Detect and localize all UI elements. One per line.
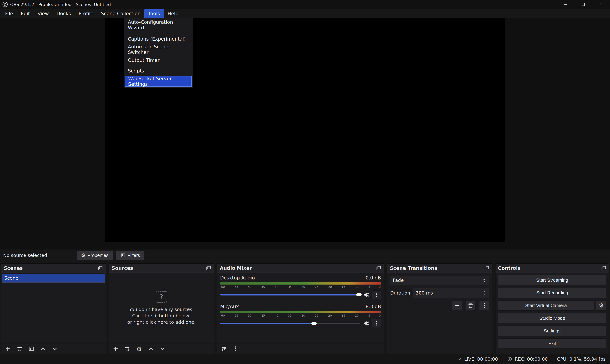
kebab-icon [374, 321, 379, 326]
volume-slider[interactable] [220, 294, 360, 296]
menu-item-auto-configuration-wizard[interactable]: Auto-Configuration Wizard [125, 20, 192, 30]
cpu-fps-text: CPU: 0.1%, 59.94 fps [557, 356, 606, 362]
settings-button[interactable]: Settings [498, 326, 606, 336]
add-scene-button[interactable] [3, 345, 12, 353]
empty-state-line: or right click here to add one. [127, 319, 195, 325]
meter-tick-label: -50 [247, 285, 251, 288]
remove-source-button[interactable] [123, 345, 132, 353]
trash-icon [124, 346, 130, 352]
filter-icon [28, 346, 34, 352]
start-virtual-camera-button[interactable]: Start Virtual Camera [498, 300, 594, 311]
menu-edit[interactable]: Edit [17, 9, 34, 18]
meter-tick-label: -25 [314, 285, 319, 288]
rec-status: REC: 00:00:00 [507, 356, 548, 362]
meter-tick-label: -60 [220, 285, 225, 288]
spinner-arrows-icon[interactable] [482, 290, 486, 296]
remove-scene-button[interactable] [15, 345, 24, 353]
transition-options-button[interactable] [479, 301, 489, 310]
cpu-status: CPU: 0.1%, 59.94 fps [557, 356, 606, 362]
scenes-dock-header[interactable]: Scenes [1, 264, 106, 273]
minimize-button[interactable] [557, 0, 574, 9]
sliders-icon [221, 346, 227, 352]
filters-button[interactable]: Filters [116, 251, 144, 260]
move-source-up-button[interactable] [146, 345, 155, 353]
menu-item-scripts[interactable]: Scripts [125, 65, 192, 76]
channel-name: Desktop Audio [220, 275, 255, 281]
preview-area: Auto-Configuration Wizard Captions (Expe… [0, 18, 610, 249]
add-transition-button[interactable] [452, 301, 462, 310]
popout-icon[interactable] [484, 265, 489, 271]
duration-spinbox[interactable]: 300 ms [413, 288, 489, 298]
maximize-button[interactable] [574, 0, 592, 9]
transition-actions [390, 301, 489, 310]
gear-icon: ⚙ [599, 302, 604, 309]
controls-dock-header[interactable]: Controls [496, 264, 609, 273]
meter-tick-label: -30 [301, 314, 305, 317]
meter-tick-label: -40 [274, 285, 278, 288]
menu-item-captions-experimental[interactable]: Captions (Experimental) [125, 34, 192, 44]
obs-logo-icon [2, 1, 8, 7]
meter-tick-label: -35 [287, 314, 291, 317]
slider-handle[interactable] [311, 322, 317, 325]
obs-window: OBS 29.1.2 - Profile: Untitled - Scenes:… [0, 0, 610, 364]
scene-list-item[interactable]: Scene [2, 273, 105, 283]
scenes-dock-title: Scenes [4, 265, 23, 271]
speaker-icon[interactable] [363, 320, 370, 327]
virtual-camera-config-button[interactable]: ⚙ [596, 300, 606, 311]
close-button[interactable] [592, 0, 610, 9]
menu-docks[interactable]: Docks [53, 9, 75, 18]
meter-tick-label: -10 [354, 285, 359, 288]
move-scene-down-button[interactable] [50, 345, 59, 353]
menu-scene-collection[interactable]: Scene Collection [97, 9, 144, 18]
broadcast-icon [457, 356, 462, 362]
popout-icon[interactable] [98, 265, 103, 271]
start-recording-button[interactable]: Start Recording [498, 288, 606, 298]
meter-tick-label: -30 [301, 285, 305, 288]
scene-filters-button[interactable] [27, 345, 36, 353]
menu-file[interactable]: File [1, 9, 17, 18]
menu-view[interactable]: View [34, 9, 53, 18]
menu-item-websocket-server-settings[interactable]: WebSocket Server Settings [125, 76, 192, 87]
advanced-audio-button[interactable] [219, 345, 228, 353]
controls-body: Start Streaming Start Recording Start Vi… [496, 273, 609, 354]
sources-list[interactable]: ? You don't have any sources. Click the … [109, 273, 214, 344]
gear-icon: ⚙ [81, 253, 86, 258]
trash-icon [468, 303, 473, 309]
statusbar: LIVE: 00:00:00 REC: 00:00:00 CPU: 0.1%, … [0, 354, 610, 364]
kebab-icon [374, 292, 379, 297]
audio-mixer-dock-header[interactable]: Audio Mixer [217, 264, 384, 273]
move-source-down-button[interactable] [158, 345, 167, 353]
move-scene-up-button[interactable] [39, 345, 48, 353]
slider-handle[interactable] [356, 293, 362, 296]
popout-icon[interactable] [206, 265, 211, 271]
source-properties-button[interactable]: ⚙ [135, 345, 144, 353]
start-streaming-button[interactable]: Start Streaming [498, 275, 606, 285]
titlebar[interactable]: OBS 29.1.2 - Profile: Untitled - Scenes:… [0, 0, 610, 9]
mixer-options-button[interactable] [231, 345, 240, 353]
menu-profile[interactable]: Profile [75, 9, 97, 18]
menu-item-output-timer[interactable]: Output Timer [125, 55, 192, 65]
menu-help[interactable]: Help [164, 9, 182, 18]
remove-transition-button[interactable] [466, 301, 475, 310]
sources-dock-header[interactable]: Sources [109, 264, 214, 273]
controls-dock-title: Controls [498, 265, 521, 271]
menubar: File Edit View Docks Profile Scene Colle… [0, 9, 610, 18]
properties-button[interactable]: ⚙ Properties [77, 251, 113, 260]
menu-item-automatic-scene-switcher[interactable]: Automatic Scene Switcher [125, 44, 192, 55]
menu-tools[interactable]: Tools [144, 9, 164, 18]
scene-transitions-dock-header[interactable]: Scene Transitions [387, 264, 492, 273]
exit-button[interactable]: Exit [498, 338, 606, 349]
transition-select[interactable]: Fade [390, 275, 489, 285]
channel-options-button[interactable] [372, 319, 381, 328]
filters-button-label: Filters [127, 253, 140, 258]
speaker-icon[interactable] [363, 291, 370, 298]
channel-options-button[interactable] [372, 290, 381, 299]
chevron-down-icon [160, 346, 166, 352]
meter-scale: -60 -55 -50 -45 -40 -35 -30 -25 -20 -15 … [220, 285, 381, 288]
popout-icon[interactable] [376, 265, 381, 271]
add-source-button[interactable] [111, 345, 120, 353]
volume-slider[interactable] [220, 323, 360, 324]
studio-mode-button[interactable]: Studio Mode [498, 313, 606, 323]
meter-tick-label: -25 [314, 314, 319, 317]
popout-icon[interactable] [601, 265, 606, 271]
